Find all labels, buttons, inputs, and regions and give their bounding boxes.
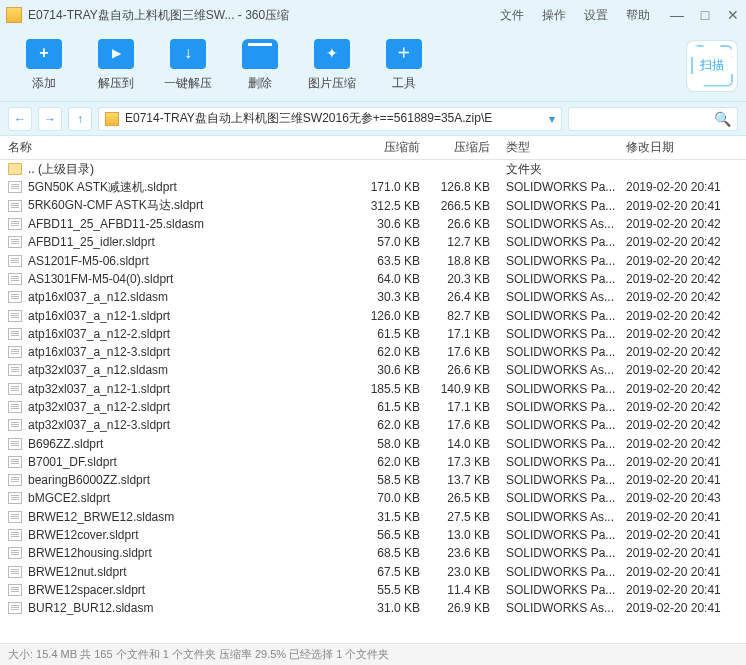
file-icon — [8, 474, 22, 486]
table-row[interactable]: BRWE12nut.sldprt67.5 KB23.0 KBSOLIDWORKS… — [0, 563, 746, 581]
table-row[interactable]: BRWE12_BRWE12.sldasm31.5 KB27.5 KBSOLIDW… — [0, 508, 746, 526]
file-name: .. (上级目录) — [28, 161, 360, 178]
table-row[interactable]: BRWE12housing.sldprt68.5 KB23.6 KBSOLIDW… — [0, 544, 746, 562]
size-before: 62.0 KB — [360, 455, 430, 469]
table-row[interactable]: AFBD11_25_AFBD11-25.sldasm30.6 KB26.6 KB… — [0, 215, 746, 233]
size-after: 23.0 KB — [430, 565, 500, 579]
file-icon — [8, 273, 22, 285]
size-before: 57.0 KB — [360, 235, 430, 249]
file-name: atp16xl037_a_n12-3.sldprt — [28, 345, 360, 359]
add-icon — [26, 39, 62, 69]
table-row[interactable]: 5GN50K ASTK减速机.sldprt171.0 KB126.8 KBSOL… — [0, 178, 746, 196]
size-after: 17.1 KB — [430, 400, 500, 414]
size-after: 20.3 KB — [430, 272, 500, 286]
file-date: 2019-02-20 20:42 — [620, 217, 746, 231]
menu-operate[interactable]: 操作 — [542, 7, 566, 24]
address-dropdown-icon[interactable]: ▾ — [549, 112, 555, 126]
tools-icon — [386, 39, 422, 69]
scan-button[interactable]: 扫描 — [686, 40, 738, 92]
table-row[interactable]: .. (上级目录)文件夹 — [0, 160, 746, 178]
table-row[interactable]: atp16xl037_a_n12-2.sldprt61.5 KB17.1 KBS… — [0, 325, 746, 343]
table-row[interactable]: AS1201F-M5-06.sldprt63.5 KB18.8 KBSOLIDW… — [0, 251, 746, 269]
menu-file[interactable]: 文件 — [500, 7, 524, 24]
table-row[interactable]: B7001_DF.sldprt62.0 KB17.3 KBSOLIDWORKS … — [0, 453, 746, 471]
nav-up-button[interactable]: ↑ — [68, 107, 92, 131]
table-row[interactable]: BUR12_BUR12.sldasm31.0 KB26.9 KBSOLIDWOR… — [0, 599, 746, 617]
size-before: 30.3 KB — [360, 290, 430, 304]
file-type: SOLIDWORKS Pa... — [500, 327, 620, 341]
file-date: 2019-02-20 20:42 — [620, 254, 746, 268]
table-row[interactable]: atp32xl037_a_n12-3.sldprt62.0 KB17.6 KBS… — [0, 416, 746, 434]
table-row[interactable]: atp32xl037_a_n12-2.sldprt61.5 KB17.1 KBS… — [0, 398, 746, 416]
file-icon — [8, 566, 22, 578]
table-row[interactable]: AS1301FM-M5-04(0).sldprt64.0 KB20.3 KBSO… — [0, 270, 746, 288]
size-before: 31.5 KB — [360, 510, 430, 524]
table-row[interactable]: AFBD11_25_idler.sldprt57.0 KB12.7 KBSOLI… — [0, 233, 746, 251]
image-compress-button[interactable]: 图片压缩 — [296, 39, 368, 92]
file-name: B696ZZ.sldprt — [28, 437, 360, 451]
file-date: 2019-02-20 20:42 — [620, 437, 746, 451]
search-box[interactable]: 🔍 — [568, 107, 738, 131]
table-row[interactable]: bearingB6000ZZ.sldprt58.5 KB13.7 KBSOLID… — [0, 471, 746, 489]
file-type: SOLIDWORKS Pa... — [500, 528, 620, 542]
minimize-button[interactable]: — — [670, 7, 684, 23]
col-before[interactable]: 压缩前 — [360, 139, 430, 156]
table-row[interactable]: bMGCE2.sldprt70.0 KB26.5 KBSOLIDWORKS Pa… — [0, 489, 746, 507]
file-date: 2019-02-20 20:41 — [620, 583, 746, 597]
table-row[interactable]: atp16xl037_a_n12.sldasm30.3 KB26.4 KBSOL… — [0, 288, 746, 306]
table-row[interactable]: atp16xl037_a_n12-3.sldprt62.0 KB17.6 KBS… — [0, 343, 746, 361]
menu-settings[interactable]: 设置 — [584, 7, 608, 24]
delete-button[interactable]: 删除 — [224, 39, 296, 92]
file-date: 2019-02-20 20:42 — [620, 309, 746, 323]
file-icon — [8, 492, 22, 504]
address-input[interactable]: E0714-TRAY盘自动上料机图三维SW2016无参+==561889=35A… — [98, 107, 562, 131]
file-icon — [8, 218, 22, 230]
file-name: 5RK60GN-CMF ASTK马达.sldprt — [28, 197, 360, 214]
file-date: 2019-02-20 20:41 — [620, 565, 746, 579]
extract-to-button[interactable]: 解压到 — [80, 39, 152, 92]
table-row[interactable]: atp32xl037_a_n12-1.sldprt185.5 KB140.9 K… — [0, 380, 746, 398]
oneclick-extract-button[interactable]: 一键解压 — [152, 39, 224, 92]
file-name: BRWE12housing.sldprt — [28, 546, 360, 560]
file-type: SOLIDWORKS Pa... — [500, 235, 620, 249]
address-path: E0714-TRAY盘自动上料机图三维SW2016无参+==561889=35A… — [125, 110, 545, 127]
size-after: 14.0 KB — [430, 437, 500, 451]
file-name: BRWE12spacer.sldprt — [28, 583, 360, 597]
oneclick-icon — [170, 39, 206, 69]
col-date[interactable]: 修改日期 — [620, 139, 746, 156]
col-after[interactable]: 压缩后 — [430, 139, 500, 156]
window-controls: — □ ✕ — [670, 7, 740, 23]
add-button[interactable]: 添加 — [8, 39, 80, 92]
file-date: 2019-02-20 20:41 — [620, 528, 746, 542]
app-icon — [6, 7, 22, 23]
size-after: 17.1 KB — [430, 327, 500, 341]
table-row[interactable]: atp32xl037_a_n12.sldasm30.6 KB26.6 KBSOL… — [0, 361, 746, 379]
file-type: SOLIDWORKS Pa... — [500, 345, 620, 359]
size-before: 64.0 KB — [360, 272, 430, 286]
close-button[interactable]: ✕ — [726, 7, 740, 23]
tools-button[interactable]: 工具 — [368, 39, 440, 92]
file-icon — [8, 511, 22, 523]
file-date: 2019-02-20 20:42 — [620, 235, 746, 249]
file-type: SOLIDWORKS Pa... — [500, 583, 620, 597]
file-date: 2019-02-20 20:41 — [620, 546, 746, 560]
size-before: 63.5 KB — [360, 254, 430, 268]
size-before: 62.0 KB — [360, 418, 430, 432]
table-row[interactable]: BRWE12spacer.sldprt55.5 KB11.4 KBSOLIDWO… — [0, 581, 746, 599]
menu-help[interactable]: 帮助 — [626, 7, 650, 24]
title-bar: E0714-TRAY盘自动上料机图三维SW... - 360压缩 文件 操作 设… — [0, 0, 746, 30]
col-type[interactable]: 类型 — [500, 139, 620, 156]
nav-forward-button[interactable]: → — [38, 107, 62, 131]
table-row[interactable]: BRWE12cover.sldprt56.5 KB13.0 KBSOLIDWOR… — [0, 526, 746, 544]
file-icon — [8, 401, 22, 413]
file-date: 2019-02-20 20:41 — [620, 180, 746, 194]
file-name: AS1301FM-M5-04(0).sldprt — [28, 272, 360, 286]
col-name[interactable]: 名称 — [0, 139, 360, 156]
file-list[interactable]: .. (上级目录)文件夹5GN50K ASTK减速机.sldprt171.0 K… — [0, 160, 746, 643]
file-name: atp16xl037_a_n12-1.sldprt — [28, 309, 360, 323]
table-row[interactable]: 5RK60GN-CMF ASTK马达.sldprt312.5 KB266.5 K… — [0, 197, 746, 215]
maximize-button[interactable]: □ — [698, 7, 712, 23]
table-row[interactable]: atp16xl037_a_n12-1.sldprt126.0 KB82.7 KB… — [0, 306, 746, 324]
nav-back-button[interactable]: ← — [8, 107, 32, 131]
table-row[interactable]: B696ZZ.sldprt58.0 KB14.0 KBSOLIDWORKS Pa… — [0, 434, 746, 452]
